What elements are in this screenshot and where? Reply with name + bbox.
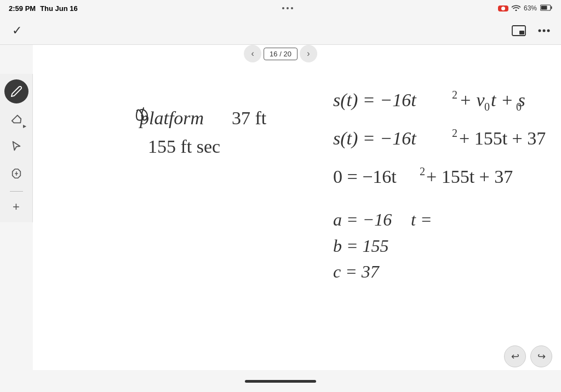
next-page-button[interactable]: › [300, 45, 317, 62]
record-button [498, 5, 508, 11]
display-button[interactable] [511, 22, 527, 39]
canvas-area[interactable]: platform 37 ft 155 ft sec s(t) = −16t 2 … [33, 45, 561, 370]
svg-point-6 [543, 29, 546, 32]
status-bar: 2:59 PM Thu Jun 16 63% [0, 0, 561, 16]
select-tool-button[interactable] [4, 134, 28, 158]
status-center [282, 7, 293, 9]
more-options-button[interactable] [536, 22, 552, 39]
highlighter-tool-button[interactable] [4, 162, 28, 186]
svg-rect-1 [551, 7, 552, 9]
wifi-icon [512, 4, 520, 13]
svg-text:s(t) = −16t: s(t) = −16t [333, 90, 417, 111]
undo-icon: ↩ [511, 350, 519, 362]
svg-text:s(t) = −16t: s(t) = −16t [333, 128, 417, 149]
status-date: Thu Jun 16 [40, 4, 78, 13]
dot3 [291, 7, 293, 9]
eraser-tool-button[interactable]: ▶ [4, 107, 28, 131]
svg-text:+ v: + v [459, 90, 485, 110]
svg-text:155 ft  sec: 155 ft sec [148, 136, 220, 157]
redo-button[interactable]: ↪ [530, 345, 552, 367]
bottom-bar [0, 370, 561, 392]
battery-icon [540, 3, 552, 13]
prev-icon: ‹ [251, 49, 254, 59]
svg-text:2: 2 [452, 127, 457, 139]
coefficients: a = −16 t = b = 155 c = 37 [333, 210, 432, 281]
dot2 [287, 7, 289, 9]
svg-text:+ 155t + 37: + 155t + 37 [459, 128, 546, 148]
svg-text:0 = −16t: 0 = −16t [333, 166, 397, 187]
left-toolbar: ▶ + [0, 74, 33, 222]
next-icon: › [307, 49, 310, 59]
record-dot [501, 7, 505, 10]
page-navigation: ‹ 16 / 20 › [244, 45, 317, 62]
svg-point-7 [547, 29, 550, 32]
home-indicator [245, 380, 316, 383]
svg-rect-2 [541, 6, 547, 10]
check-button[interactable]: ✓ [9, 22, 25, 39]
svg-text:0: 0 [516, 101, 522, 113]
svg-text:37 ft: 37 ft [232, 108, 267, 128]
text-155-ft-sec: 155 ft sec [148, 136, 220, 157]
formula-2: s(t) = −16t 2 + 155t + 37 [333, 127, 546, 149]
page-indicator[interactable]: 16 / 20 [264, 48, 297, 60]
text-platform: platform 37 ft [136, 108, 267, 128]
svg-rect-4 [519, 31, 524, 34]
svg-text:c = 37: c = 37 [333, 262, 380, 281]
svg-text:platform: platform [139, 108, 204, 128]
svg-text:a = −16: a = −16 [333, 210, 392, 229]
dot1 [282, 7, 284, 9]
svg-text:t =: t = [411, 210, 432, 229]
toolbar-divider [10, 191, 23, 192]
svg-text:b = 155: b = 155 [333, 236, 389, 256]
svg-text:+ 155t + 37: + 155t + 37 [426, 166, 513, 187]
check-icon: ✓ [12, 24, 22, 38]
status-time: 2:59 PM [9, 4, 36, 13]
pen-tool-button[interactable] [4, 79, 28, 103]
undo-button[interactable]: ↩ [504, 345, 526, 367]
add-tool-button[interactable]: + [7, 197, 26, 217]
toolbar-right [511, 22, 552, 39]
svg-text:2: 2 [452, 89, 457, 101]
battery-percent: 63% [524, 4, 537, 12]
top-toolbar: ✓ [0, 16, 561, 45]
add-icon: + [13, 200, 20, 214]
formula-3: 0 = −16t 2 + 155t + 37 [333, 165, 513, 187]
redo-icon: ↪ [537, 350, 546, 362]
svg-point-5 [539, 29, 541, 32]
prev-page-button[interactable]: ‹ [244, 45, 261, 62]
svg-text:2: 2 [420, 165, 425, 177]
status-right: 63% [498, 3, 552, 13]
formula-1: s(t) = −16t 2 + v 0 t + s 0 [333, 89, 525, 113]
svg-text:0: 0 [484, 101, 490, 113]
undo-redo-controls: ↩ ↪ [504, 345, 552, 367]
